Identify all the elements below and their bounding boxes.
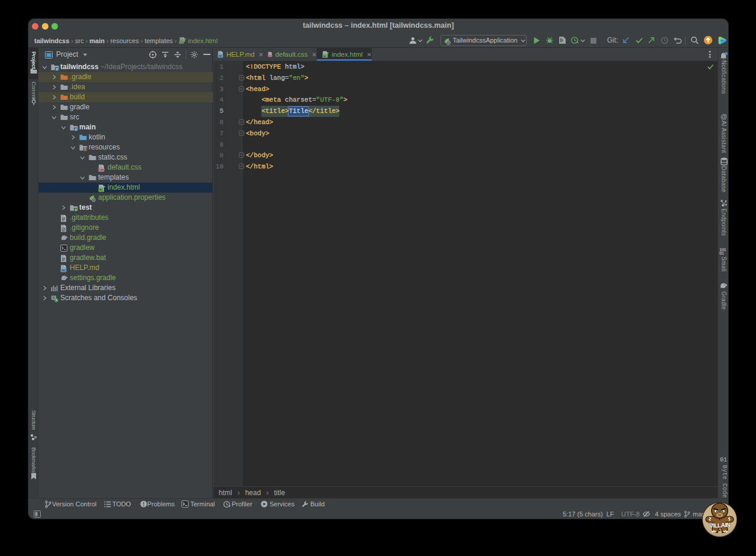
svg-text:H: H bbox=[323, 55, 325, 58]
svg-text:CSS: CSS bbox=[268, 55, 271, 57]
svg-text:MD: MD bbox=[62, 269, 66, 272]
svg-text:CSS: CSS bbox=[99, 169, 104, 171]
svg-text:VILLAIN: VILLAIN bbox=[709, 521, 731, 529]
svg-text:MD: MD bbox=[219, 55, 222, 57]
svg-text:H: H bbox=[100, 188, 102, 191]
